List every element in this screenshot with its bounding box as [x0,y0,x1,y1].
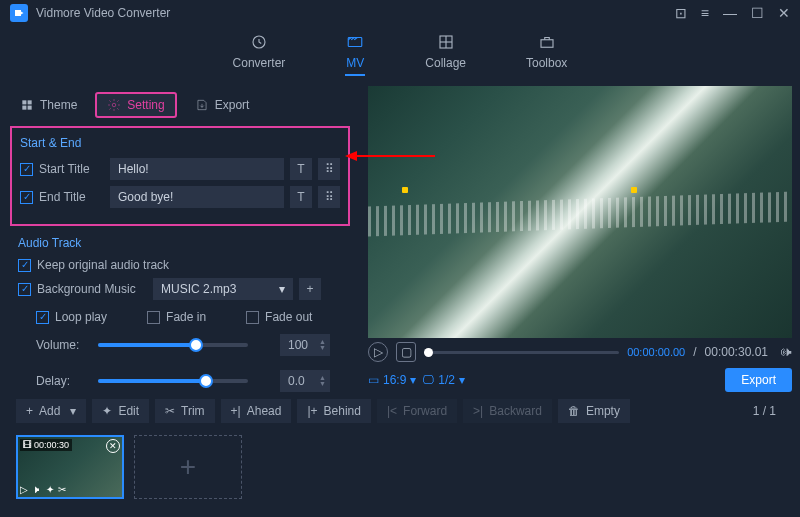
start-end-section: Start & End Start Title T ⠿ End Title T … [10,126,350,226]
menu-icon[interactable]: ≡ [701,5,709,21]
keep-original-label: Keep original audio track [37,258,169,272]
mv-icon [345,32,365,52]
loop-label: Loop play [55,310,107,324]
bottom-toolbar: +Add▾ ✦Edit ✂Trim +|Ahead |+Behind |<For… [0,391,800,431]
delay-value: 0.0 [288,374,305,388]
chevron-down-icon: ▾ [459,373,465,387]
start-end-heading: Start & End [20,136,340,150]
plus-icon: + [26,404,33,418]
clip-play-icon[interactable]: ▷ [20,484,28,495]
fadeout-checkbox[interactable] [246,311,259,324]
start-title-label: Start Title [39,162,104,176]
delay-slider[interactable] [98,379,248,383]
zoom-value: 1/2 [438,373,455,387]
volume-slider[interactable] [98,343,248,347]
feedback-icon[interactable]: ⊡ [675,5,687,21]
svg-rect-9 [28,106,32,110]
empty-button[interactable]: 🗑Empty [558,399,630,423]
start-text-style-button[interactable]: T [290,158,312,180]
annotation-arrow [345,148,435,164]
preview-video[interactable] [368,86,792,338]
ahead-icon: +| [231,404,241,418]
forward-button[interactable]: |<Forward [377,399,457,423]
add-clip-placeholder[interactable]: + [134,435,242,499]
volume-value-box[interactable]: 100 ▲▼ [280,334,330,356]
start-title-input[interactable] [110,158,284,180]
svg-rect-5 [541,40,553,48]
backward-button[interactable]: >|Backward [463,399,552,423]
tab-mv[interactable]: MV [345,32,365,76]
tab-converter[interactable]: Converter [233,32,286,76]
export-button[interactable]: Export [725,368,792,392]
tab-toolbox[interactable]: Toolbox [526,32,567,76]
maximize-icon[interactable]: ☐ [751,5,764,21]
close-icon[interactable]: ✕ [778,5,790,21]
tab-mv-label: MV [346,56,364,70]
fadein-checkbox[interactable] [147,311,160,324]
clip-remove-button[interactable]: ✕ [106,439,120,453]
delay-value-box[interactable]: 0.0 ▲▼ [280,370,330,392]
tab-collage-label: Collage [425,56,466,70]
aspect-ratio-select[interactable]: ▭ 16:9 ▾ [368,373,416,387]
aspect-value: 16:9 [383,373,406,387]
volume-value: 100 [288,338,308,352]
converter-icon [249,32,269,52]
clip-edit-icon[interactable]: ✦ [46,484,54,495]
add-music-button[interactable]: + [299,278,321,300]
tab-converter-label: Converter [233,56,286,70]
app-logo [10,4,28,22]
clip-trim-icon[interactable]: ✂ [58,484,66,495]
subtab-export-label: Export [215,98,250,112]
minimize-icon[interactable]: — [723,5,737,21]
edit-button[interactable]: ✦Edit [92,399,149,423]
titlebar: Vidmore Video Converter ⊡ ≡ — ☐ ✕ [0,0,800,26]
app-title: Vidmore Video Converter [36,6,170,20]
ahead-button[interactable]: +|Ahead [221,399,292,423]
svg-rect-6 [22,100,26,104]
volume-label: Volume: [36,338,86,352]
end-grid-button[interactable]: ⠿ [318,186,340,208]
volume-spinner[interactable]: ▲▼ [319,339,326,351]
wand-icon: ✦ [102,404,112,418]
chevron-down-icon: ▾ [410,373,416,387]
start-title-checkbox[interactable] [20,163,33,176]
loop-checkbox[interactable] [36,311,49,324]
audio-heading: Audio Track [18,236,342,250]
settings-panel: Theme Setting Export Start & End Start T… [0,86,360,391]
forward-icon: |< [387,404,397,418]
end-title-input[interactable] [110,186,284,208]
clip-thumbnail[interactable]: 🎞00:00:30 ✕ ▷ 🕨 ✦ ✂ [16,435,124,499]
end-title-checkbox[interactable] [20,191,33,204]
tab-collage[interactable]: Collage [425,32,466,76]
stop-button[interactable]: ▢ [396,342,416,362]
aspect-icon: ▭ [368,373,379,387]
bg-music-select[interactable]: MUSIC 2.mp3 ▾ [153,278,293,300]
collage-icon [436,32,456,52]
bg-music-checkbox[interactable] [18,283,31,296]
play-button[interactable]: ▷ [368,342,388,362]
zoom-select[interactable]: 🖵 1/2 ▾ [422,373,465,387]
subtab-setting[interactable]: Setting [95,92,176,118]
start-grid-button[interactable]: ⠿ [318,158,340,180]
page-indicator: 1 / 1 [753,404,784,418]
keep-original-checkbox[interactable] [18,259,31,272]
subtab-export[interactable]: Export [185,94,260,116]
delay-label: Delay: [36,374,86,388]
svg-point-10 [113,103,117,107]
clip-mute-icon[interactable]: 🕨 [32,484,42,495]
film-icon: 🎞 [23,440,32,450]
trim-button[interactable]: ✂Trim [155,399,215,423]
fadein-label: Fade in [166,310,206,324]
backward-icon: >| [473,404,483,418]
progress-bar[interactable] [424,351,619,354]
bg-music-value: MUSIC 2.mp3 [161,282,236,296]
end-title-label: End Title [39,190,104,204]
volume-icon[interactable]: 🕪 [780,345,792,359]
subtab-theme[interactable]: Theme [10,94,87,116]
tab-toolbox-label: Toolbox [526,56,567,70]
delay-spinner[interactable]: ▲▼ [319,375,326,387]
add-button[interactable]: +Add▾ [16,399,86,423]
behind-button[interactable]: |+Behind [297,399,371,423]
toolbox-icon [537,32,557,52]
end-text-style-button[interactable]: T [290,186,312,208]
